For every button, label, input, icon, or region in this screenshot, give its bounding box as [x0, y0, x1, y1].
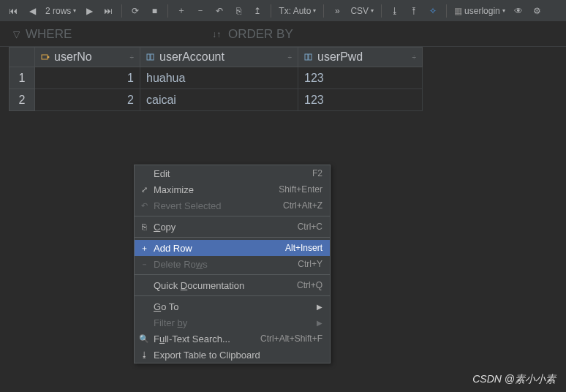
- menu-label: Add Row: [154, 243, 192, 254]
- menu-label: Maximize: [154, 184, 194, 195]
- svg-rect-4: [305, 54, 308, 60]
- upload-icon[interactable]: ⭱: [405, 2, 423, 20]
- revert-icon[interactable]: ↶: [211, 2, 228, 20]
- row-number[interactable]: 1: [9, 67, 35, 89]
- submenu-arrow-icon: ▶: [317, 319, 322, 327]
- sort-indicator: ÷: [288, 53, 293, 61]
- menu-shortcut: F2: [312, 168, 322, 178]
- menu-shortcut: Shift+Enter: [279, 184, 322, 195]
- menu-separator: [135, 295, 330, 296]
- more-icon[interactable]: »: [328, 2, 346, 20]
- column-header-userAccount[interactable]: userAccount÷: [140, 47, 298, 67]
- column-icon: [146, 53, 155, 61]
- cell[interactable]: 123: [298, 89, 423, 111]
- menu-export[interactable]: ⭳Export Table to Clipboard: [135, 347, 330, 363]
- col-label: userAccount: [159, 50, 224, 64]
- copy-icon: ⎘: [139, 222, 149, 231]
- compare-icon[interactable]: ✧: [424, 2, 442, 20]
- svg-rect-0: [42, 55, 48, 59]
- main-toolbar: ⏮ ◀ 2 rows▾ ▶ ⏭ ⟳ ■ ＋ － ↶ ⎘ ↥ Tx: Auto▾ …: [0, 0, 566, 22]
- watermark: CSDN @素小小素: [472, 373, 556, 386]
- table-row[interactable]: 1 1 huahua 123: [9, 67, 557, 89]
- menu-label: Revert Selected: [154, 200, 222, 211]
- menu-shortcut: Ctrl+Alt+Shift+F: [260, 333, 322, 344]
- menu-delete-rows: －Delete RowsCtrl+Y: [135, 256, 330, 272]
- csv-label: CSV: [350, 6, 369, 16]
- menu-separator: [135, 274, 330, 275]
- sort-indicator: ÷: [412, 53, 417, 61]
- col-label: userNo: [54, 50, 92, 64]
- remove-icon[interactable]: －: [192, 2, 209, 20]
- row-number[interactable]: 2: [9, 89, 35, 111]
- orderby-filter[interactable]: ↓↑ ORDER BY: [212, 27, 293, 42]
- data-grid: userNo÷ userAccount÷ userPwd÷ 1 1 huahua…: [9, 47, 557, 111]
- menu-shortcut: Ctrl+Q: [297, 280, 322, 290]
- menu-goto[interactable]: Go To▶: [135, 298, 330, 314]
- grid-header: userNo÷ userAccount÷ userPwd÷: [9, 47, 557, 67]
- sort-icon: ↓↑: [212, 29, 221, 39]
- row-count-label: 2 rows: [45, 6, 71, 16]
- svg-point-1: [48, 56, 50, 59]
- context-menu: EditF2 ⤢MaximizeShift+Enter ↶Revert Sele…: [134, 165, 331, 363]
- cell[interactable]: 1: [35, 67, 140, 89]
- download-icon[interactable]: ⭳: [386, 2, 404, 20]
- last-page-icon[interactable]: ⏭: [99, 2, 117, 20]
- clone-icon[interactable]: ⎘: [230, 2, 247, 20]
- refresh-icon[interactable]: ⟳: [127, 2, 144, 20]
- menu-shortcut: Ctrl+Alt+Z: [283, 200, 322, 211]
- svg-rect-5: [309, 54, 312, 60]
- cell[interactable]: 123: [298, 67, 423, 89]
- filter-row: ▽ WHERE ↓↑ ORDER BY: [0, 22, 566, 47]
- maximize-icon: ⤢: [139, 185, 149, 195]
- pk-icon: [41, 53, 50, 61]
- menu-label: Export Table to Clipboard: [154, 350, 260, 361]
- column-icon: [304, 53, 313, 61]
- add-icon[interactable]: ＋: [173, 2, 190, 20]
- plus-icon: ＋: [139, 243, 149, 254]
- menu-maximize[interactable]: ⤢MaximizeShift+Enter: [135, 181, 330, 197]
- menu-separator: [135, 237, 330, 238]
- menu-shortcut: Alt+Insert: [285, 243, 322, 253]
- menu-shortcut: Ctrl+Y: [298, 259, 322, 269]
- cell[interactable]: caicai: [140, 89, 298, 111]
- svg-rect-3: [151, 54, 154, 60]
- row-count-dropdown[interactable]: 2 rows▾: [42, 6, 79, 16]
- menu-separator: [135, 216, 330, 216]
- prev-page-icon[interactable]: ◀: [23, 2, 41, 20]
- submenu-arrow-icon: ▶: [317, 303, 322, 311]
- stop-icon[interactable]: ■: [146, 2, 163, 20]
- settings-icon[interactable]: ⚙: [529, 2, 546, 20]
- menu-full-text-search[interactable]: 🔍Full-Text Search...Ctrl+Alt+Shift+F: [135, 331, 330, 347]
- menu-quick-doc[interactable]: Quick DocumentationCtrl+Q: [135, 277, 330, 293]
- menu-copy[interactable]: ⎘CopyCtrl+C: [135, 219, 330, 235]
- next-page-icon[interactable]: ▶: [80, 2, 98, 20]
- filter-icon: ▽: [13, 29, 20, 39]
- first-page-icon[interactable]: ⏮: [4, 2, 22, 20]
- download-icon: ⭳: [139, 350, 149, 359]
- search-icon: 🔍: [139, 334, 149, 344]
- grid-corner[interactable]: [9, 47, 35, 67]
- cell[interactable]: 2: [35, 89, 140, 111]
- column-header-userNo[interactable]: userNo÷: [35, 47, 140, 67]
- column-header-userPwd[interactable]: userPwd÷: [298, 47, 423, 67]
- where-filter[interactable]: ▽ WHERE: [0, 27, 212, 42]
- csv-dropdown[interactable]: CSV▾: [347, 6, 377, 16]
- menu-filter-by: Filter by▶: [135, 314, 330, 331]
- col-label: userPwd: [317, 50, 363, 64]
- revert-icon: ↶: [139, 201, 149, 211]
- menu-add-row[interactable]: ＋Add RowAlt+Insert: [135, 240, 330, 256]
- cell[interactable]: huahua: [140, 67, 298, 89]
- tx-mode-dropdown[interactable]: Tx: Auto▾: [276, 6, 319, 16]
- view-icon[interactable]: 👁: [510, 2, 527, 20]
- userlogin-dropdown[interactable]: ▦ userlogin▾: [451, 6, 508, 16]
- commit-icon[interactable]: ↥: [249, 2, 266, 20]
- userlogin-label: userlogin: [464, 6, 500, 16]
- menu-edit[interactable]: EditF2: [135, 165, 330, 181]
- tx-mode-label: Tx: Auto: [279, 6, 311, 16]
- menu-label: Edit: [154, 168, 170, 179]
- minus-icon: －: [139, 259, 149, 270]
- menu-revert: ↶Revert SelectedCtrl+Alt+Z: [135, 197, 330, 214]
- orderby-label: ORDER BY: [228, 27, 293, 42]
- menu-shortcut: Ctrl+C: [298, 222, 322, 232]
- table-row[interactable]: 2 2 caicai 123: [9, 89, 557, 111]
